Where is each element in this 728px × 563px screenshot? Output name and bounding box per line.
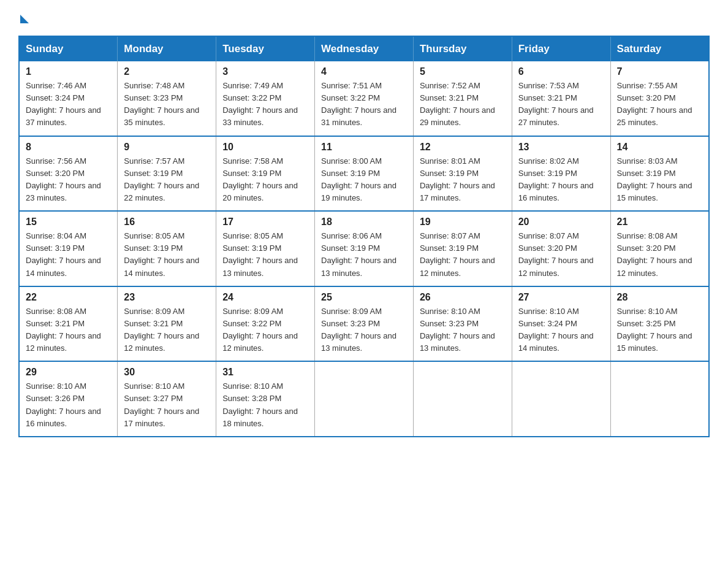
calendar-cell: 1 Sunrise: 7:46 AM Sunset: 3:24 PM Dayli… bbox=[19, 61, 118, 136]
calendar-table: SundayMondayTuesdayWednesdayThursdayFrid… bbox=[18, 36, 710, 437]
calendar-cell: 11 Sunrise: 8:00 AM Sunset: 3:19 PM Dayl… bbox=[315, 136, 414, 212]
calendar-cell: 10 Sunrise: 7:58 AM Sunset: 3:19 PM Dayl… bbox=[216, 136, 315, 212]
calendar-cell: 27 Sunrise: 8:10 AM Sunset: 3:24 PM Dayl… bbox=[512, 286, 610, 362]
calendar-cell: 9 Sunrise: 7:57 AM Sunset: 3:19 PM Dayli… bbox=[118, 136, 216, 212]
calendar-cell bbox=[512, 361, 610, 437]
day-number: 1 bbox=[26, 66, 111, 77]
day-number: 9 bbox=[124, 142, 210, 153]
day-number: 30 bbox=[124, 367, 210, 378]
day-number: 31 bbox=[222, 367, 308, 378]
day-info: Sunrise: 8:07 AM Sunset: 3:20 PM Dayligh… bbox=[518, 230, 604, 280]
day-info: Sunrise: 8:07 AM Sunset: 3:19 PM Dayligh… bbox=[420, 230, 506, 280]
day-number: 25 bbox=[321, 292, 407, 303]
day-number: 5 bbox=[420, 66, 506, 77]
day-info: Sunrise: 8:08 AM Sunset: 3:21 PM Dayligh… bbox=[26, 305, 111, 355]
weekday-header-monday: Monday bbox=[118, 36, 216, 61]
day-number: 22 bbox=[26, 292, 111, 303]
calendar-cell: 21 Sunrise: 8:08 AM Sunset: 3:20 PM Dayl… bbox=[610, 211, 709, 286]
calendar-cell: 5 Sunrise: 7:52 AM Sunset: 3:21 PM Dayli… bbox=[413, 61, 512, 136]
day-number: 24 bbox=[222, 292, 308, 303]
day-number: 28 bbox=[617, 292, 702, 303]
day-number: 21 bbox=[617, 216, 702, 228]
calendar-week-row: 15 Sunrise: 8:04 AM Sunset: 3:19 PM Dayl… bbox=[19, 211, 709, 286]
day-info: Sunrise: 8:05 AM Sunset: 3:19 PM Dayligh… bbox=[222, 230, 308, 280]
day-number: 12 bbox=[420, 142, 506, 153]
calendar-cell bbox=[610, 361, 709, 437]
day-number: 3 bbox=[222, 66, 308, 77]
calendar-cell: 29 Sunrise: 8:10 AM Sunset: 3:26 PM Dayl… bbox=[19, 361, 118, 437]
day-info: Sunrise: 7:58 AM Sunset: 3:19 PM Dayligh… bbox=[222, 155, 308, 205]
calendar-cell: 6 Sunrise: 7:53 AM Sunset: 3:21 PM Dayli… bbox=[512, 61, 610, 136]
day-info: Sunrise: 8:02 AM Sunset: 3:19 PM Dayligh… bbox=[518, 155, 604, 205]
calendar-cell: 19 Sunrise: 8:07 AM Sunset: 3:19 PM Dayl… bbox=[413, 211, 512, 286]
day-info: Sunrise: 8:04 AM Sunset: 3:19 PM Dayligh… bbox=[26, 230, 111, 280]
day-info: Sunrise: 7:57 AM Sunset: 3:19 PM Dayligh… bbox=[124, 155, 210, 205]
weekday-header-saturday: Saturday bbox=[610, 36, 709, 61]
calendar-week-row: 8 Sunrise: 7:56 AM Sunset: 3:20 PM Dayli… bbox=[19, 136, 709, 212]
logo-arrow-icon bbox=[20, 15, 29, 23]
day-info: Sunrise: 8:09 AM Sunset: 3:21 PM Dayligh… bbox=[124, 305, 210, 355]
calendar-header-row: SundayMondayTuesdayWednesdayThursdayFrid… bbox=[19, 36, 709, 61]
calendar-cell: 2 Sunrise: 7:48 AM Sunset: 3:23 PM Dayli… bbox=[118, 61, 216, 136]
calendar-cell: 17 Sunrise: 8:05 AM Sunset: 3:19 PM Dayl… bbox=[216, 211, 315, 286]
weekday-header-wednesday: Wednesday bbox=[315, 36, 414, 61]
calendar-cell: 18 Sunrise: 8:06 AM Sunset: 3:19 PM Dayl… bbox=[315, 211, 414, 286]
calendar-cell: 12 Sunrise: 8:01 AM Sunset: 3:19 PM Dayl… bbox=[413, 136, 512, 212]
day-info: Sunrise: 8:10 AM Sunset: 3:23 PM Dayligh… bbox=[420, 305, 506, 355]
day-info: Sunrise: 8:00 AM Sunset: 3:19 PM Dayligh… bbox=[321, 155, 407, 205]
day-number: 20 bbox=[518, 216, 604, 228]
day-number: 18 bbox=[321, 216, 407, 228]
calendar-cell: 16 Sunrise: 8:05 AM Sunset: 3:19 PM Dayl… bbox=[118, 211, 216, 286]
day-number: 17 bbox=[222, 216, 308, 228]
day-number: 14 bbox=[617, 142, 702, 153]
day-info: Sunrise: 7:56 AM Sunset: 3:20 PM Dayligh… bbox=[26, 155, 111, 205]
calendar-cell bbox=[413, 361, 512, 437]
day-number: 7 bbox=[617, 66, 702, 77]
calendar-cell: 23 Sunrise: 8:09 AM Sunset: 3:21 PM Dayl… bbox=[118, 286, 216, 362]
day-info: Sunrise: 7:46 AM Sunset: 3:24 PM Dayligh… bbox=[26, 80, 111, 129]
day-number: 8 bbox=[26, 142, 111, 153]
day-info: Sunrise: 7:55 AM Sunset: 3:20 PM Dayligh… bbox=[617, 80, 702, 129]
day-info: Sunrise: 8:09 AM Sunset: 3:23 PM Dayligh… bbox=[321, 305, 407, 355]
calendar-week-row: 1 Sunrise: 7:46 AM Sunset: 3:24 PM Dayli… bbox=[19, 61, 709, 136]
day-number: 19 bbox=[420, 216, 506, 228]
logo bbox=[18, 12, 31, 23]
calendar-cell: 8 Sunrise: 7:56 AM Sunset: 3:20 PM Dayli… bbox=[19, 136, 118, 212]
calendar-cell: 13 Sunrise: 8:02 AM Sunset: 3:19 PM Dayl… bbox=[512, 136, 610, 212]
day-info: Sunrise: 8:01 AM Sunset: 3:19 PM Dayligh… bbox=[420, 155, 506, 205]
day-number: 27 bbox=[518, 292, 604, 303]
calendar-cell: 14 Sunrise: 8:03 AM Sunset: 3:19 PM Dayl… bbox=[610, 136, 709, 212]
calendar-cell: 15 Sunrise: 8:04 AM Sunset: 3:19 PM Dayl… bbox=[19, 211, 118, 286]
calendar-cell: 25 Sunrise: 8:09 AM Sunset: 3:23 PM Dayl… bbox=[315, 286, 414, 362]
day-info: Sunrise: 7:51 AM Sunset: 3:22 PM Dayligh… bbox=[321, 80, 407, 129]
day-info: Sunrise: 8:05 AM Sunset: 3:19 PM Dayligh… bbox=[124, 230, 210, 280]
day-info: Sunrise: 7:48 AM Sunset: 3:23 PM Dayligh… bbox=[124, 80, 210, 129]
weekday-header-friday: Friday bbox=[512, 36, 610, 61]
calendar-cell: 28 Sunrise: 8:10 AM Sunset: 3:25 PM Dayl… bbox=[610, 286, 709, 362]
day-info: Sunrise: 8:10 AM Sunset: 3:25 PM Dayligh… bbox=[617, 305, 702, 355]
calendar-cell: 7 Sunrise: 7:55 AM Sunset: 3:20 PM Dayli… bbox=[610, 61, 709, 136]
day-number: 16 bbox=[124, 216, 210, 228]
calendar-cell: 26 Sunrise: 8:10 AM Sunset: 3:23 PM Dayl… bbox=[413, 286, 512, 362]
day-info: Sunrise: 7:52 AM Sunset: 3:21 PM Dayligh… bbox=[420, 80, 506, 129]
day-number: 11 bbox=[321, 142, 407, 153]
page-header bbox=[18, 12, 710, 23]
day-info: Sunrise: 8:10 AM Sunset: 3:26 PM Dayligh… bbox=[26, 380, 111, 430]
calendar-cell: 4 Sunrise: 7:51 AM Sunset: 3:22 PM Dayli… bbox=[315, 61, 414, 136]
day-number: 29 bbox=[26, 367, 111, 378]
day-number: 15 bbox=[26, 216, 111, 228]
day-number: 10 bbox=[222, 142, 308, 153]
day-number: 13 bbox=[518, 142, 604, 153]
calendar-cell bbox=[315, 361, 414, 437]
day-info: Sunrise: 8:10 AM Sunset: 3:24 PM Dayligh… bbox=[518, 305, 604, 355]
weekday-header-thursday: Thursday bbox=[413, 36, 512, 61]
day-number: 2 bbox=[124, 66, 210, 77]
day-info: Sunrise: 8:03 AM Sunset: 3:19 PM Dayligh… bbox=[617, 155, 702, 205]
calendar-cell: 22 Sunrise: 8:08 AM Sunset: 3:21 PM Dayl… bbox=[19, 286, 118, 362]
day-info: Sunrise: 8:09 AM Sunset: 3:22 PM Dayligh… bbox=[222, 305, 308, 355]
calendar-week-row: 22 Sunrise: 8:08 AM Sunset: 3:21 PM Dayl… bbox=[19, 286, 709, 362]
day-number: 26 bbox=[420, 292, 506, 303]
day-number: 23 bbox=[124, 292, 210, 303]
day-info: Sunrise: 7:53 AM Sunset: 3:21 PM Dayligh… bbox=[518, 80, 604, 129]
calendar-cell: 3 Sunrise: 7:49 AM Sunset: 3:22 PM Dayli… bbox=[216, 61, 315, 136]
